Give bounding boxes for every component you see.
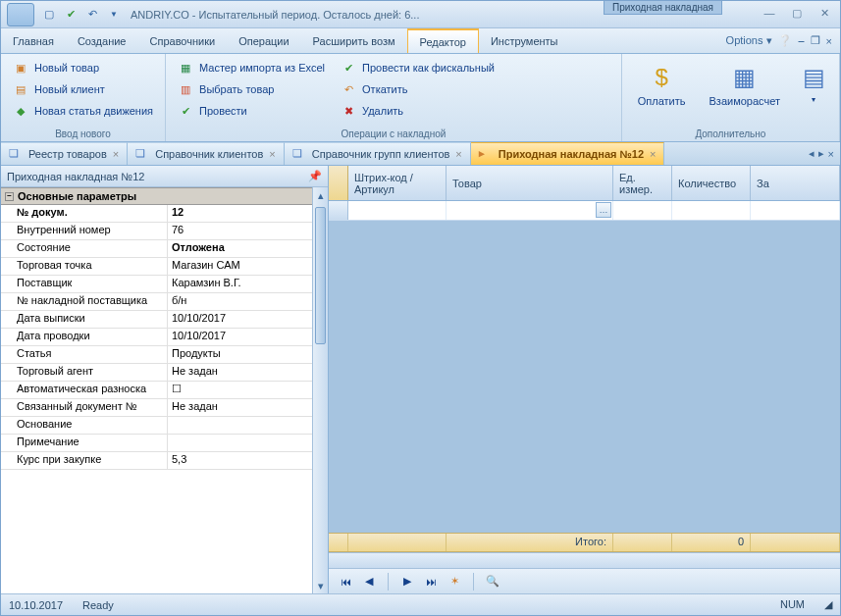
prop-row[interactable]: Торговая точкаМагазин САМ: [1, 258, 328, 276]
menu-extend[interactable]: Расширить возм: [301, 28, 407, 53]
help-icon[interactable]: ❔: [778, 34, 792, 47]
resize-grip-icon[interactable]: ◢: [824, 598, 832, 611]
lookup-button[interactable]: …: [596, 202, 611, 218]
prop-row[interactable]: № докум.12: [1, 205, 328, 223]
pay-button[interactable]: $Оплатить: [630, 58, 694, 127]
prop-value[interactable]: 5,3: [168, 452, 328, 469]
menu-main[interactable]: Главная: [1, 28, 66, 53]
prop-value[interactable]: [168, 417, 328, 434]
qat-undo-icon[interactable]: ↶: [83, 6, 101, 24]
import-excel-button[interactable]: ▦Мастер импорта из Excel: [174, 58, 329, 77]
prop-row[interactable]: Связанный документ №Не задан: [1, 399, 328, 417]
scroll-down-icon[interactable]: ▾: [313, 578, 328, 593]
prop-row[interactable]: Примечание: [1, 435, 328, 452]
prop-row[interactable]: Дата выписки10/10/2017: [1, 311, 328, 329]
col-unit[interactable]: Ед. измер.: [613, 166, 672, 200]
tab-clients-ref[interactable]: ❏Справочник клиентов×: [128, 142, 285, 165]
prop-value[interactable]: 10/10/2017: [168, 311, 328, 328]
prop-row[interactable]: ПоставщикКарамзин В.Г.: [1, 276, 328, 293]
prop-row[interactable]: Автоматическая разноска☐: [1, 382, 328, 399]
prop-value[interactable]: б/н: [168, 293, 328, 310]
maximize-button[interactable]: ▢: [787, 5, 807, 21]
checkbox-icon[interactable]: ☐: [172, 383, 182, 394]
mdi-minimize-icon[interactable]: ‒: [798, 34, 805, 47]
tabs-next-icon[interactable]: ▸: [818, 147, 824, 160]
mdi-restore-icon[interactable]: ❐: [811, 34, 820, 47]
row-indicator-header[interactable]: [329, 166, 348, 200]
tab-invoice-12[interactable]: ▸Приходная накладная №12×: [471, 142, 665, 165]
prop-value[interactable]: 12: [168, 205, 328, 222]
tab-close-icon[interactable]: ×: [113, 148, 119, 160]
nav-prev-icon[interactable]: ◀: [360, 573, 378, 590]
post-fiscal-button[interactable]: ✔Провести как фискальный: [337, 58, 499, 77]
select-product-button[interactable]: ▥Выбрать товар: [174, 79, 329, 99]
qat-check-icon[interactable]: ✔: [62, 6, 79, 24]
tabs-prev-icon[interactable]: ◂: [809, 147, 815, 160]
prop-value[interactable]: Карамзин В.Г.: [168, 276, 328, 292]
nav-search-icon[interactable]: 🔍: [484, 573, 501, 590]
tab-products-registry[interactable]: ❏Реестр товаров×: [1, 142, 128, 165]
tabs-close-icon[interactable]: ×: [828, 148, 834, 160]
grid-body[interactable]: …: [329, 201, 840, 533]
grid-hscrollbar[interactable]: [329, 552, 840, 568]
nav-first-icon[interactable]: ⏮: [337, 573, 354, 590]
scroll-up-icon[interactable]: ▴: [313, 187, 328, 203]
mdi-close-icon[interactable]: ×: [826, 35, 832, 47]
menu-refs[interactable]: Справочники: [138, 28, 228, 53]
prop-row[interactable]: № накладной поставщикаб/н: [1, 293, 328, 311]
prop-value[interactable]: 10/10/2017: [168, 329, 328, 345]
tab-close-icon[interactable]: ×: [269, 148, 275, 160]
scroll-thumb[interactable]: [315, 207, 326, 344]
cell-product[interactable]: …: [447, 201, 613, 220]
delete-button[interactable]: ✖Удалить: [337, 101, 499, 121]
pin-icon[interactable]: 📌: [308, 170, 322, 182]
menu-create[interactable]: Создание: [66, 28, 138, 53]
post-button[interactable]: ✔Провести: [174, 101, 329, 121]
close-button[interactable]: ✕: [815, 5, 834, 21]
prop-value[interactable]: 76: [168, 223, 328, 239]
col-product[interactable]: Товар: [447, 166, 613, 200]
rollback-button[interactable]: ↶Откатить: [337, 79, 499, 99]
row-indicator[interactable]: [329, 201, 348, 220]
tab-close-icon[interactable]: ×: [455, 148, 461, 160]
nav-next-icon[interactable]: ▶: [398, 573, 416, 590]
minimize-button[interactable]: —: [760, 5, 779, 21]
menu-ops[interactable]: Операции: [227, 28, 300, 53]
prop-value[interactable]: Отложена: [168, 240, 328, 257]
tab-close-icon[interactable]: ×: [650, 148, 656, 160]
cell-price[interactable]: [751, 201, 840, 220]
collapse-icon[interactable]: −: [5, 192, 14, 201]
cell-qty[interactable]: [672, 201, 751, 220]
tab-client-groups[interactable]: ❏Справочник групп клиентов×: [285, 142, 471, 165]
prop-value[interactable]: [168, 435, 328, 451]
props-scrollbar[interactable]: ▴ ▾: [312, 187, 328, 593]
prop-value[interactable]: Продукты: [168, 346, 328, 363]
prop-row[interactable]: Торговый агентНе задан: [1, 364, 328, 382]
settlement-button[interactable]: ▦Взаиморасчет: [702, 58, 788, 127]
qat-new-icon[interactable]: ▢: [40, 6, 58, 24]
cell-unit[interactable]: [613, 201, 672, 220]
prop-value[interactable]: Не задан: [168, 399, 328, 416]
cell-barcode[interactable]: [348, 201, 447, 220]
new-client-button[interactable]: ▤Новый клиент: [9, 79, 157, 99]
extra-menu-button[interactable]: ▤▾: [796, 58, 831, 127]
options-button[interactable]: Options ▾: [726, 34, 772, 47]
col-barcode[interactable]: Штрих-код / Артикул: [348, 166, 447, 200]
nav-last-icon[interactable]: ⏭: [422, 573, 440, 590]
prop-value[interactable]: ☐: [168, 382, 328, 398]
new-movement-button[interactable]: ◆Новая статья движения: [9, 101, 157, 121]
new-product-button[interactable]: ▣Новый товар: [9, 58, 157, 77]
nav-add-icon[interactable]: ✶: [446, 573, 463, 590]
grid-row[interactable]: …: [329, 201, 840, 221]
prop-row[interactable]: СтатьяПродукты: [1, 346, 328, 364]
prop-value[interactable]: Не задан: [168, 364, 328, 381]
qat-dropdown-icon[interactable]: ▼: [105, 6, 123, 24]
prop-value[interactable]: Магазин САМ: [168, 258, 328, 275]
col-price[interactable]: За: [751, 166, 840, 200]
menu-editor[interactable]: Редактор: [407, 28, 479, 53]
prop-row[interactable]: СостояниеОтложена: [1, 240, 328, 258]
prop-row[interactable]: Основание: [1, 417, 328, 435]
prop-row[interactable]: Дата проводки10/10/2017: [1, 329, 328, 346]
app-icon[interactable]: [7, 3, 34, 26]
prop-row[interactable]: Внутренний номер76: [1, 223, 328, 240]
